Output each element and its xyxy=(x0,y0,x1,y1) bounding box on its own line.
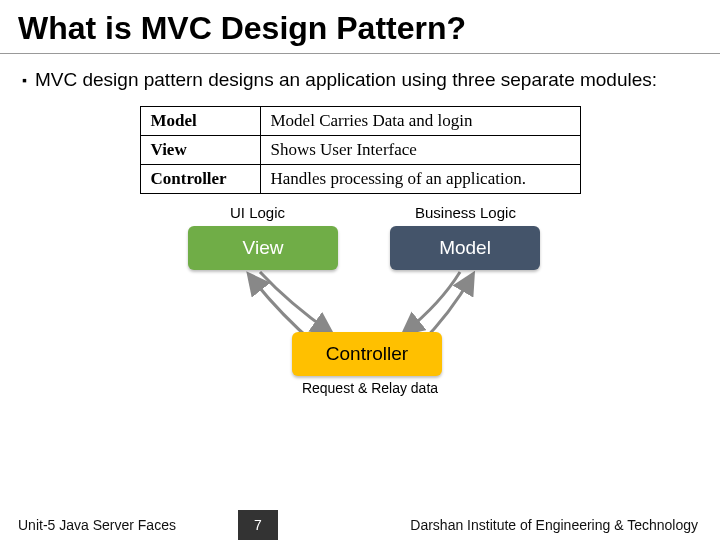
bullet-text: MVC design pattern designs an applicatio… xyxy=(35,68,657,92)
model-box: Model xyxy=(390,226,540,270)
table-row: Controller Handles processing of an appl… xyxy=(140,164,580,193)
bullet-item: ▪ MVC design pattern designs an applicat… xyxy=(0,54,720,92)
slide-title: What is MVC Design Pattern? xyxy=(0,0,720,54)
table-cell-name: Model xyxy=(140,106,260,135)
bullet-marker-icon: ▪ xyxy=(22,72,27,88)
table-row: View Shows User Interface xyxy=(140,135,580,164)
table-cell-name: Controller xyxy=(140,164,260,193)
definition-table: Model Model Carries Data and login View … xyxy=(140,106,581,194)
table-row: Model Model Carries Data and login xyxy=(140,106,580,135)
page-number-badge: 7 xyxy=(238,510,278,540)
table-cell-desc: Handles processing of an application. xyxy=(260,164,580,193)
view-box: View xyxy=(188,226,338,270)
business-logic-label: Business Logic xyxy=(415,204,516,221)
footer-right: Darshan Institute of Engineering & Techn… xyxy=(286,517,720,533)
ui-logic-label: UI Logic xyxy=(230,204,285,221)
table-cell-name: View xyxy=(140,135,260,164)
slide-footer: Unit-5 Java Server Faces 7 Darshan Insti… xyxy=(0,510,720,540)
controller-caption: Request & Relay data xyxy=(290,380,450,396)
footer-left: Unit-5 Java Server Faces xyxy=(0,517,230,533)
table-cell-desc: Model Carries Data and login xyxy=(260,106,580,135)
mvc-diagram: UI Logic Business Logic View Model Contr… xyxy=(140,204,580,404)
controller-box: Controller xyxy=(292,332,442,376)
table-cell-desc: Shows User Interface xyxy=(260,135,580,164)
